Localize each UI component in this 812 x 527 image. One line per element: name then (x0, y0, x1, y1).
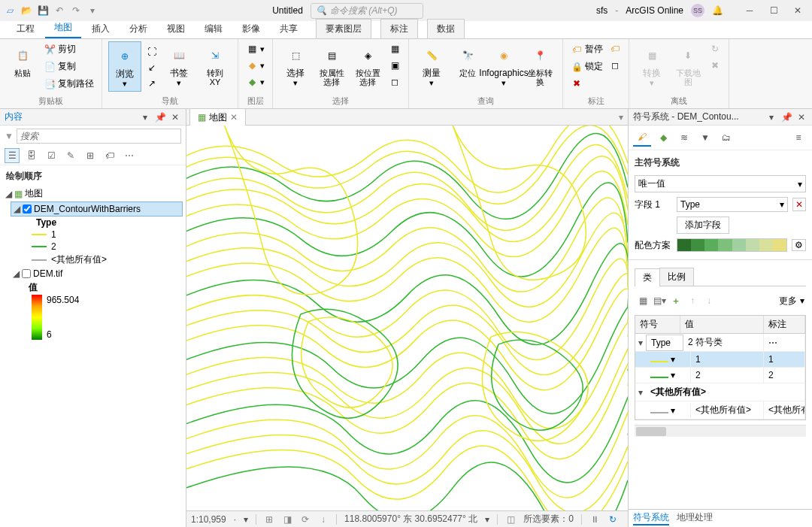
tab-share[interactable]: 共享 (271, 20, 307, 38)
tab-insert[interactable]: 插入 (83, 20, 119, 38)
primary-symbology-icon[interactable]: 🖌 (633, 129, 651, 147)
sel-opt-1[interactable]: ▦ (387, 41, 402, 56)
refresh-icon[interactable]: ↻ (607, 514, 618, 525)
list-by-source-icon[interactable]: 🗄 (24, 148, 39, 163)
coord-convert-button[interactable]: 📍坐标转换 (523, 41, 556, 89)
tab-data[interactable]: 数据 (427, 19, 465, 38)
add-class-icon[interactable]: ＋ (669, 294, 683, 307)
structure-icon[interactable]: 🗂 (717, 129, 735, 147)
coords-dropdown-icon[interactable]: ▾ (485, 514, 489, 525)
list-by-snapping-icon[interactable]: ⊞ (83, 148, 98, 163)
col-label[interactable]: 标注 (764, 316, 805, 333)
zoom-next-button[interactable]: ↗ (144, 76, 159, 91)
basemap-button[interactable]: ▦▾ (244, 41, 266, 56)
expand-icon[interactable]: ◢ (13, 204, 20, 214)
list-by-selection-icon[interactable]: ☑ (44, 148, 59, 163)
table-icon[interactable]: ▦ (636, 294, 650, 307)
contents-search[interactable] (17, 129, 181, 144)
menu-icon[interactable]: ▾ (139, 111, 151, 123)
command-search[interactable]: 🔍 命令搜索 (Alt+Q) (311, 3, 423, 19)
bottom-tab-symbology[interactable]: 符号系统 (633, 511, 669, 525)
horizontal-scrollbar[interactable] (635, 425, 806, 437)
sel-opt-3[interactable]: ◻ (387, 74, 402, 89)
avatar[interactable]: SS (691, 4, 704, 17)
colorscheme-dropdown[interactable] (677, 238, 787, 252)
select-by-loc-button[interactable]: ◈按位置选择 (351, 41, 384, 89)
expression-button[interactable]: ✕ (792, 198, 806, 211)
symbol-layer-icon[interactable]: ≋ (675, 129, 693, 147)
tab-labeling[interactable]: 标注 (380, 19, 418, 38)
select-button[interactable]: ⬚选择▾ (279, 41, 312, 90)
paste-button[interactable]: 📋粘贴 (6, 41, 39, 80)
collapse-icon[interactable]: ▾ (635, 387, 646, 398)
pause-labels-button[interactable]: 🏷暂停 (569, 41, 604, 57)
lock-labels-button[interactable]: 🔒锁定 (569, 59, 604, 74)
subtab-scales[interactable]: 比例 (659, 268, 694, 286)
renderer-type-dropdown[interactable]: 唯一值▾ (635, 175, 806, 192)
explore-button[interactable]: ⊕浏览▾ (108, 41, 141, 92)
collapse-icon[interactable]: ▾ (635, 338, 646, 348)
subtab-classes[interactable]: 类 (635, 268, 660, 286)
class-row-2[interactable]: ▾ 2 2 (635, 368, 805, 383)
sb-icon-4[interactable]: ↓ (318, 514, 329, 525)
layer-visibility-checkbox[interactable] (23, 204, 32, 214)
goto-xy-button[interactable]: ⇲转到 XY (198, 41, 232, 89)
sel-opt-2[interactable]: ▣ (387, 58, 402, 73)
cut-button[interactable]: ✂️剪切 (42, 41, 95, 57)
measure-button[interactable]: 📏测量▾ (415, 41, 448, 90)
toc-layer-contour[interactable]: ◢ DEM_ContourWithBarriers (11, 201, 183, 217)
field1-dropdown[interactable]: Type▾ (677, 197, 788, 212)
cs-options-icon[interactable]: ⚙ (792, 239, 806, 251)
add-data-button[interactable]: ◆▾ (244, 58, 266, 73)
tab-feature-layer[interactable]: 要素图层 (316, 19, 371, 38)
pin-icon[interactable]: 📌 (780, 111, 792, 123)
pause-draw-icon[interactable]: ⏸ (589, 514, 600, 525)
gallery-icon[interactable]: ▤▾ (653, 294, 666, 307)
scale-dropdown-icon[interactable]: ▾ (244, 514, 248, 525)
minimize-button[interactable]: ─ (738, 3, 761, 18)
vary-by-attr-icon[interactable]: ◆ (654, 129, 672, 147)
map-canvas[interactable] (186, 126, 628, 510)
open-project-icon[interactable]: 📂 (20, 4, 33, 17)
bookmarks-button[interactable]: 📖书签▾ (162, 41, 195, 90)
more-labels-1[interactable]: 🏷 (607, 41, 623, 56)
maximize-button[interactable]: ☐ (762, 3, 785, 18)
copy-path-button[interactable]: 📑复制路径 (42, 76, 95, 92)
add-field-button[interactable]: 添加字段 (677, 217, 729, 234)
more-icon[interactable]: ⋯ (122, 148, 137, 163)
copy-button[interactable]: 📄复制 (42, 59, 95, 74)
tab-project[interactable]: 工程 (8, 20, 44, 38)
scale-value[interactable]: 1:10,959 (191, 514, 226, 525)
class-group-type[interactable]: ▾ Type 2 符号类 ⋯ (635, 334, 805, 352)
list-by-editing-icon[interactable]: ✎ (63, 148, 78, 163)
burger-icon[interactable]: ≡ (789, 129, 807, 147)
menu-icon[interactable]: ▾ (765, 111, 777, 123)
expand-icon[interactable]: ◢ (5, 189, 12, 199)
col-symbol[interactable]: 符号 (635, 316, 680, 333)
undo-icon[interactable]: ↶ (53, 4, 66, 17)
sb-icon-1[interactable]: ⊞ (264, 514, 274, 525)
legend-item-1[interactable]: 1 (3, 229, 183, 241)
tab-edit[interactable]: 编辑 (195, 20, 232, 38)
tab-imagery[interactable]: 影像 (233, 20, 269, 38)
zoom-full-button[interactable]: ⛶ (144, 44, 159, 59)
class-row-other[interactable]: ▾ <其他所有值> <其他所有 (635, 401, 805, 419)
sb-icon-2[interactable]: ◨ (282, 514, 292, 525)
notification-icon[interactable]: 🔔 (712, 5, 723, 16)
tab-view[interactable]: 视图 (158, 20, 194, 38)
close-icon[interactable]: ✕ (169, 111, 181, 123)
col-value[interactable]: 值 (680, 316, 764, 333)
more-button[interactable]: 更多 (779, 295, 797, 307)
infographics-button[interactable]: ◉Infographics▾ (487, 41, 520, 90)
close-button[interactable]: ✕ (786, 3, 809, 18)
class-row-1[interactable]: ▾ 1 1 (635, 352, 805, 368)
redo-icon[interactable]: ↷ (69, 4, 83, 17)
zoom-prev-button[interactable]: ↙ (144, 60, 159, 75)
legend-item-2[interactable]: 2 (3, 241, 183, 253)
legend-item-other[interactable]: <其他所有值> (3, 253, 183, 267)
toc-layer-dem[interactable]: ◢ DEM.tif (11, 267, 183, 280)
toc-map[interactable]: ◢ ▦ 地图 (3, 186, 183, 201)
filter-icon[interactable]: ▼ (5, 131, 14, 141)
close-tab-icon[interactable]: ✕ (230, 112, 238, 123)
tab-analysis[interactable]: 分析 (120, 20, 156, 38)
